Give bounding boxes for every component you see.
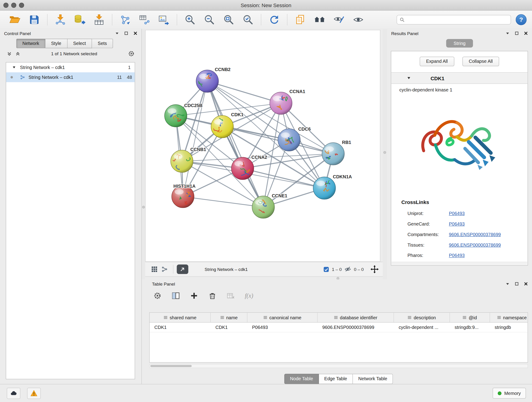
left-splitter[interactable] bbox=[142, 29, 145, 279]
float-panel-icon[interactable] bbox=[505, 31, 510, 35]
float-panel-icon[interactable] bbox=[115, 31, 119, 35]
network-row-selected[interactable]: String Network – cdk1 11 48 bbox=[6, 72, 135, 82]
network-node-HIST1H1A[interactable] bbox=[172, 185, 194, 208]
column-header[interactable]: namespace bbox=[490, 313, 528, 322]
scrollbar-thumb[interactable] bbox=[150, 365, 192, 367]
show-all-button[interactable] bbox=[351, 12, 366, 27]
import-table-from-file-button[interactable] bbox=[92, 12, 107, 27]
zoom-fit-button[interactable] bbox=[221, 12, 236, 27]
tab-network-table[interactable]: Network Table bbox=[353, 374, 393, 384]
crosslink-value-link[interactable]: P06493 bbox=[449, 253, 465, 258]
network-node-CDC6[interactable] bbox=[278, 128, 300, 151]
disclosure-triangle-icon[interactable] bbox=[12, 65, 16, 69]
tab-select[interactable]: Select bbox=[67, 39, 92, 48]
tab-network[interactable]: Network bbox=[16, 39, 45, 48]
network-canvas[interactable]: CCNB2CCNA1CDC25BCDK1CDC6RB1CCNB1CCNA2CDK… bbox=[145, 30, 380, 262]
crosslink-row: Pharos:P06493 bbox=[391, 250, 527, 261]
column-header[interactable]: database identifier bbox=[317, 313, 394, 322]
column-header[interactable]: description bbox=[394, 313, 450, 322]
memory-button[interactable]: Memory bbox=[493, 388, 526, 399]
new-network-button[interactable] bbox=[118, 12, 133, 27]
tab-node-table[interactable]: Node Table bbox=[284, 374, 319, 384]
table-settings-button[interactable] bbox=[152, 291, 162, 300]
column-header[interactable]: shared name bbox=[150, 313, 211, 322]
detach-view-button[interactable] bbox=[177, 264, 188, 274]
close-panel-icon[interactable] bbox=[524, 282, 528, 286]
right-splitter[interactable] bbox=[383, 29, 387, 279]
birds-eye-view-button[interactable] bbox=[149, 264, 159, 274]
results-horizontal-scrollbar[interactable] bbox=[392, 262, 527, 265]
network-node-CCNA2[interactable] bbox=[231, 157, 254, 180]
cloud-button[interactable] bbox=[7, 388, 20, 399]
close-panel-icon[interactable] bbox=[524, 31, 528, 35]
network-edge[interactable] bbox=[222, 127, 333, 154]
duplicate-network-button[interactable] bbox=[293, 12, 308, 27]
maximize-panel-icon[interactable] bbox=[124, 31, 128, 35]
zoom-selected-button[interactable] bbox=[241, 12, 255, 27]
selected-nodes-checkbox[interactable] bbox=[323, 266, 329, 272]
import-network-from-file-button[interactable] bbox=[53, 12, 68, 27]
collapse-all-button[interactable]: Collapse All bbox=[462, 57, 499, 66]
tab-string[interactable]: String bbox=[446, 39, 473, 47]
crosslink-value-link[interactable]: 9606.ENSP00000378699 bbox=[449, 242, 501, 248]
right-splitter-handle[interactable] bbox=[383, 151, 386, 154]
column-header[interactable]: name bbox=[211, 313, 247, 322]
zoom-in-button[interactable] bbox=[183, 12, 197, 27]
apply-preferred-layout-button[interactable] bbox=[267, 12, 282, 27]
expand-all-button[interactable]: Expand All bbox=[420, 57, 454, 66]
network-edge[interactable] bbox=[183, 197, 263, 207]
export-network-image-button[interactable] bbox=[157, 12, 171, 27]
search-box[interactable] bbox=[397, 15, 511, 24]
column-header[interactable]: @id bbox=[450, 313, 490, 322]
close-panel-icon[interactable] bbox=[133, 31, 138, 35]
network-node-RB1[interactable] bbox=[322, 143, 344, 165]
left-splitter-handle[interactable] bbox=[142, 206, 145, 209]
network-node-CDC25B[interactable] bbox=[165, 104, 187, 127]
search-input[interactable] bbox=[406, 17, 508, 22]
network-options-gear-icon[interactable] bbox=[128, 50, 135, 57]
tab-edge-table[interactable]: Edge Table bbox=[319, 374, 353, 384]
table-row[interactable]: CDK1CDK1P064939606.ENSP00000378699cyclin… bbox=[150, 322, 528, 332]
network-node-CCNA1[interactable] bbox=[270, 92, 292, 114]
import-network-from-database-button[interactable] bbox=[72, 12, 87, 27]
zoom-out-button[interactable] bbox=[202, 12, 217, 27]
collapse-section-icon[interactable] bbox=[407, 76, 411, 80]
network-overview-button[interactable] bbox=[159, 264, 170, 274]
network-node-CCNB1[interactable] bbox=[171, 150, 193, 172]
expand-all-networks-icon[interactable] bbox=[7, 51, 12, 56]
network-node-CCNE1[interactable] bbox=[252, 196, 274, 218]
first-neighbors-button[interactable] bbox=[312, 12, 327, 27]
delete-table-button[interactable] bbox=[226, 291, 235, 300]
help-button[interactable]: ? bbox=[516, 14, 526, 25]
maximize-panel-icon[interactable] bbox=[515, 31, 519, 35]
column-header[interactable]: canonical name bbox=[247, 313, 318, 322]
crosslink-value-link[interactable]: 9606.ENSP00000378699 bbox=[449, 232, 501, 237]
hidden-eye-icon[interactable] bbox=[344, 266, 351, 273]
pan-tool-icon[interactable] bbox=[370, 265, 379, 274]
function-builder-button[interactable]: f(x) bbox=[244, 291, 254, 300]
crosslink-value-link[interactable]: P06493 bbox=[449, 221, 465, 226]
hide-selected-button[interactable] bbox=[331, 12, 346, 27]
open-session-button[interactable] bbox=[7, 12, 22, 27]
crosslink-value-link[interactable]: P06493 bbox=[449, 211, 465, 216]
collapse-all-networks-icon[interactable] bbox=[15, 51, 20, 56]
network-node-CCNB2[interactable] bbox=[196, 70, 219, 92]
network-from-table-button[interactable] bbox=[137, 12, 152, 27]
network-edge[interactable] bbox=[183, 81, 207, 197]
tab-sets[interactable]: Sets bbox=[92, 39, 113, 48]
network-edge[interactable] bbox=[207, 81, 263, 207]
warnings-button[interactable] bbox=[27, 388, 41, 399]
delete-column-button[interactable] bbox=[208, 291, 217, 300]
save-session-button[interactable] bbox=[27, 12, 42, 27]
add-column-button[interactable] bbox=[189, 291, 199, 300]
network-node-CDK1[interactable] bbox=[211, 115, 234, 138]
maximize-panel-icon[interactable] bbox=[515, 282, 519, 286]
protein-section-header[interactable]: CDK1 bbox=[391, 72, 527, 84]
float-panel-icon[interactable] bbox=[505, 282, 510, 286]
tab-style[interactable]: Style bbox=[45, 39, 67, 48]
network-collection-row[interactable]: String Network – cdk1 1 bbox=[6, 63, 135, 72]
network-edge[interactable] bbox=[207, 81, 281, 103]
network-node-CDKN1A[interactable] bbox=[313, 177, 336, 199]
show-columns-button[interactable] bbox=[171, 291, 180, 300]
table-horizontal-scrollbar[interactable] bbox=[149, 364, 528, 368]
